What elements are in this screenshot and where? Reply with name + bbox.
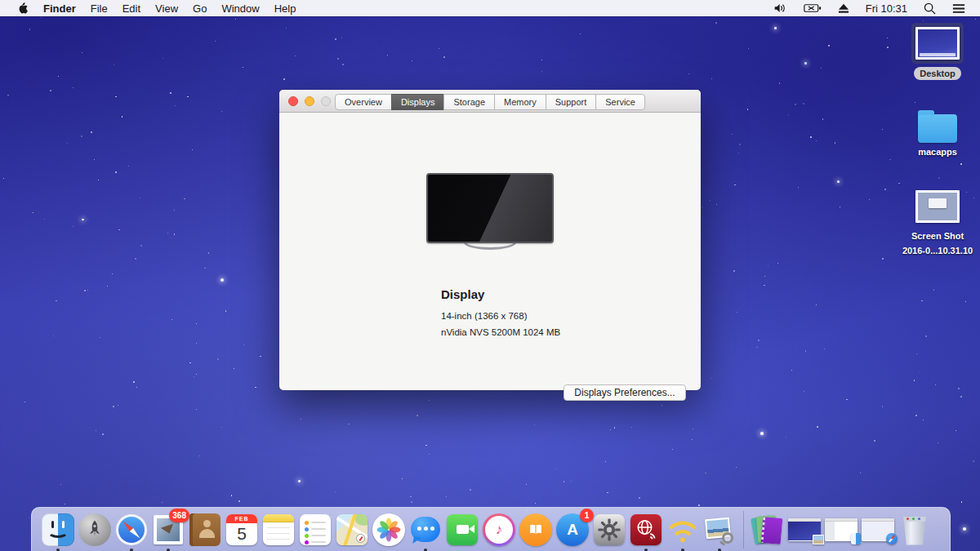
minimized-desktop-window-thumbnail	[788, 518, 821, 541]
app-store-update-badge: 1	[580, 509, 594, 522]
display-heading: Display	[441, 287, 484, 301]
dock-item-preview[interactable]	[702, 512, 737, 548]
battery-status-icon[interactable]	[799, 0, 826, 16]
dock-item-system-preferences[interactable]	[591, 512, 627, 548]
screenshot-icon-label-line2: 2016-0...10.31.10	[902, 245, 973, 256]
about-this-mac-window: Overview Displays Storage Memory Support…	[279, 90, 701, 390]
dock-item-network-app[interactable]	[628, 512, 664, 548]
window-content: Display 14-inch (1366 x 768) nVidia NVS …	[279, 113, 701, 389]
dock-item-calendar[interactable]: FEB 5	[224, 512, 260, 548]
spotlight-search-icon[interactable]	[919, 0, 941, 16]
tab-memory[interactable]: Memory	[494, 94, 546, 110]
menu-view[interactable]: View	[148, 0, 185, 16]
dock-item-notes[interactable]	[261, 512, 296, 548]
itunes-note-icon: ♪	[483, 513, 515, 546]
notification-center-icon[interactable]	[947, 0, 970, 16]
tab-service[interactable]: Service	[595, 94, 645, 110]
display-illustration	[426, 173, 554, 251]
dock-item-app-store[interactable]: A 1	[555, 512, 590, 548]
messages-bubble-icon	[411, 517, 440, 542]
desktop-screenshot-thumbnail	[915, 27, 960, 60]
screenshot-file-thumbnail	[915, 190, 960, 223]
network-globe-icon	[630, 514, 662, 545]
reminders-icon	[300, 514, 331, 545]
display-gpu-text: nVidia NVS 5200M 1024 MB	[441, 327, 560, 337]
desktop-icon-label: Desktop	[914, 67, 960, 80]
dock-item-minimized-safari-window[interactable]	[860, 512, 896, 548]
monitor-screen	[426, 173, 554, 243]
eject-status-icon[interactable]	[833, 0, 854, 16]
dock-item-launchpad[interactable]	[77, 512, 113, 548]
wifi-signal-icon	[666, 513, 699, 546]
notes-icon	[263, 514, 294, 545]
dock-item-photos[interactable]	[371, 512, 407, 548]
menu-file[interactable]: File	[83, 0, 115, 16]
trash-full-icon	[902, 517, 927, 545]
maps-icon	[336, 514, 368, 545]
dock-item-minimized-desktop-window[interactable]	[786, 512, 822, 548]
dock: 368 FEB 5	[31, 507, 951, 551]
tab-support[interactable]: Support	[546, 94, 597, 110]
menu-bar-clock[interactable]: Fri 10:31	[861, 0, 912, 16]
dock-item-maps[interactable]	[334, 512, 370, 548]
dock-item-contacts[interactable]	[187, 512, 223, 548]
desktop-icon-macapps[interactable]: macapps	[898, 109, 977, 158]
dock-item-ibooks[interactable]	[518, 512, 554, 548]
desktop-icon-screenshot[interactable]: Screen Shot 2016-0...10.31.10	[898, 186, 977, 257]
tab-overview[interactable]: Overview	[335, 94, 392, 110]
dock-item-documents-stack[interactable]	[750, 512, 786, 548]
macapps-icon-label: macapps	[918, 146, 957, 158]
menu-help[interactable]: Help	[267, 0, 304, 16]
menu-edit[interactable]: Edit	[115, 0, 148, 16]
dock-item-itunes[interactable]: ♪	[481, 512, 517, 548]
preview-mini-badge-icon	[813, 535, 824, 544]
display-resolution-text: 14-inch (1366 x 768)	[441, 311, 527, 321]
ibooks-book-icon	[519, 513, 552, 546]
mail-unread-badge: 368	[169, 509, 189, 522]
dock-item-trash[interactable]	[897, 512, 933, 548]
folder-icon	[918, 114, 957, 143]
desktop-icon-desktop[interactable]: Desktop	[898, 23, 977, 80]
dock-item-reminders[interactable]	[297, 512, 333, 548]
dock-item-mail[interactable]: 368	[150, 512, 186, 548]
dock-item-facetime[interactable]	[444, 512, 480, 548]
safari-mini-badge-icon	[886, 533, 898, 544]
calendar-month: FEB	[226, 514, 257, 523]
menu-bar: Finder File Edit View Go Window Help Fri…	[0, 0, 980, 16]
window-tab-bar: Overview Displays Storage Memory Support…	[335, 94, 645, 110]
facetime-camera-icon	[447, 514, 478, 545]
preview-loupe-icon	[704, 516, 735, 544]
dock-separator	[743, 511, 744, 549]
dock-item-wifi-app[interactable]	[665, 512, 701, 548]
apple-icon	[17, 2, 29, 15]
close-button[interactable]	[288, 96, 298, 106]
menu-window[interactable]: Window	[214, 0, 266, 16]
calendar-day: 5	[226, 523, 257, 544]
menu-go[interactable]: Go	[185, 0, 214, 16]
launchpad-rocket-icon	[78, 513, 111, 546]
dock-item-minimized-finder-window[interactable]	[823, 512, 859, 548]
window-title-bar[interactable]: Overview Displays Storage Memory Support…	[279, 90, 701, 113]
finder-icon	[42, 513, 74, 546]
zoom-button-disabled	[321, 96, 331, 106]
documents-stack-icon	[751, 513, 784, 546]
screenshot-icon-label-line1: Screen Shot	[911, 230, 964, 242]
volume-status-icon[interactable]	[768, 0, 792, 16]
dock-item-finder[interactable]	[40, 512, 76, 548]
displays-preferences-button[interactable]: Displays Preferences...	[564, 384, 686, 401]
system-preferences-gear-icon	[594, 514, 625, 545]
minimize-button[interactable]	[305, 96, 314, 106]
minimized-safari-window-thumbnail	[862, 518, 894, 541]
dock-item-messages[interactable]	[408, 512, 443, 548]
tab-storage[interactable]: Storage	[443, 94, 495, 110]
dock-item-safari[interactable]	[114, 512, 149, 548]
apple-menu[interactable]	[10, 0, 36, 16]
minimized-finder-window-thumbnail	[825, 518, 858, 541]
menu-finder[interactable]: Finder	[36, 0, 83, 16]
tab-displays[interactable]: Displays	[391, 94, 445, 110]
safari-compass-icon	[115, 513, 148, 546]
photos-flower-icon	[372, 513, 405, 546]
contacts-book-icon	[189, 513, 220, 546]
calendar-icon: FEB 5	[226, 514, 257, 545]
